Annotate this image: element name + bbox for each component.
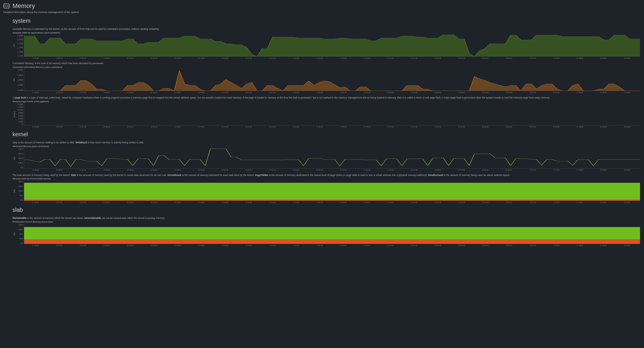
x-tick: 17:37:00 bbox=[47, 245, 71, 246]
chart-plot[interactable] bbox=[24, 148, 640, 169]
x-tick: 17:44:30 bbox=[402, 126, 426, 128]
x-tick: 17:42:00 bbox=[284, 169, 308, 171]
y-axis: 1.67011.66021.65041.64551.6406 bbox=[16, 69, 24, 91]
x-tick: 17:47:00 bbox=[521, 202, 544, 203]
x-tick: 17:39:00 bbox=[142, 202, 166, 203]
x-tick: 17:37:30 bbox=[71, 202, 95, 203]
x-tick: 17:36:30 bbox=[24, 245, 47, 246]
x-tick: 17:46:30 bbox=[497, 57, 520, 59]
y-tick: 1.1426 bbox=[17, 43, 23, 45]
x-tick: 17:38:00 bbox=[95, 126, 118, 128]
x-tick: 17:38:00 bbox=[95, 245, 118, 246]
x-tick: 17:38:00 bbox=[95, 57, 118, 59]
x-tick: 17:44:00 bbox=[379, 126, 402, 128]
y-axis: 976.0594.4496.8256.40.0 bbox=[16, 148, 24, 169]
chart-plot[interactable] bbox=[24, 181, 640, 201]
section-slab: slabReclaimable is the amount of memory … bbox=[12, 207, 640, 246]
x-tick: 17:39:00 bbox=[142, 245, 166, 246]
x-tick: 17:45:00 bbox=[426, 245, 450, 246]
x-tick: 17:49:00 bbox=[615, 126, 639, 128]
y-tick: 594.4 bbox=[18, 153, 23, 155]
x-tick: 17:39:30 bbox=[166, 92, 189, 93]
x-tick: 17:43:30 bbox=[355, 169, 379, 171]
x-tick: 17:38:00 bbox=[95, 92, 118, 93]
x-tick: 17:40:30 bbox=[213, 245, 237, 246]
x-tick: 17:46:00 bbox=[473, 202, 497, 203]
y-tick: 1.1270 bbox=[17, 47, 23, 49]
x-axis: 17:36:3017:37:0017:37:3017:38:0017:38:30… bbox=[24, 169, 640, 171]
x-tick: 17:37:00 bbox=[47, 57, 71, 59]
x-tick: 17:48:30 bbox=[592, 169, 615, 171]
x-tick: 17:46:30 bbox=[497, 92, 520, 93]
x-tick: 17:46:00 bbox=[473, 169, 497, 171]
x-tick: 17:42:30 bbox=[308, 245, 331, 246]
chart-plot[interactable] bbox=[24, 35, 640, 57]
x-tick: 17:44:30 bbox=[402, 202, 426, 203]
chart-row[interactable]: GiB1.67011.66021.65041.64551.6406 bbox=[12, 69, 640, 91]
x-tick: 17:37:30 bbox=[71, 57, 95, 59]
y-tick: 8.000 bbox=[18, 112, 23, 114]
x-tick: 17:42:00 bbox=[284, 57, 308, 59]
chart-row[interactable]: KiB976.0594.4496.8256.40.0 bbox=[12, 148, 640, 169]
y-tick: 6.250 bbox=[18, 115, 23, 117]
x-tick: 17:40:30 bbox=[213, 202, 237, 203]
svg-rect-8 bbox=[24, 200, 640, 201]
x-tick: 17:38:30 bbox=[118, 126, 142, 128]
y-tick: 150.0 bbox=[18, 228, 23, 230]
chart-plot[interactable] bbox=[24, 224, 640, 244]
x-tick: 17:48:00 bbox=[568, 169, 592, 171]
x-tick: 17:46:30 bbox=[497, 202, 520, 203]
y-unit: MiB bbox=[12, 224, 16, 244]
x-tick: 17:45:00 bbox=[426, 169, 450, 171]
section-system: systemAvailable Memory is estimated by t… bbox=[12, 18, 640, 128]
y-axis: 14.00012.50010.0008.0006.2505.0002.5000 bbox=[16, 103, 24, 125]
x-tick: 17:45:30 bbox=[450, 126, 473, 128]
chart-plot[interactable] bbox=[24, 103, 640, 125]
x-tick: 17:49:00 bbox=[615, 202, 639, 203]
x-axis: 17:36:3017:37:0017:37:3017:38:0017:38:30… bbox=[24, 245, 640, 246]
page-subtitle: Detailed information about the memory ma… bbox=[3, 11, 641, 14]
y-tick: 90.0 bbox=[19, 233, 23, 235]
chart-row[interactable]: GiB1.15901.15081.14261.12701.11681.1133 bbox=[12, 35, 640, 57]
x-tick: 17:46:00 bbox=[473, 126, 497, 128]
x-tick: 17:40:00 bbox=[189, 202, 213, 203]
y-tick: 1.1590 bbox=[17, 35, 23, 37]
x-tick: 17:38:00 bbox=[95, 169, 118, 171]
chart-description: Dirty is the amount of memory waiting to… bbox=[12, 141, 640, 144]
chart-row[interactable]: MiB180.0150.090.040.00.0 bbox=[12, 224, 640, 244]
y-tick: 0 bbox=[22, 123, 23, 125]
chart-plot[interactable] bbox=[24, 69, 640, 91]
x-axis: 17:36:3017:37:0017:37:3017:38:0017:38:30… bbox=[24, 92, 640, 93]
y-axis: 180.0150.5100.050.00.0 bbox=[16, 181, 24, 201]
memory-chip-icon bbox=[3, 3, 10, 9]
x-tick: 17:41:30 bbox=[260, 202, 284, 203]
x-tick: 17:37:00 bbox=[47, 126, 71, 128]
x-tick: 17:44:30 bbox=[402, 57, 426, 59]
chart-description: Available Memory is estimated by the ker… bbox=[12, 28, 640, 31]
x-tick: 17:39:30 bbox=[166, 202, 189, 203]
y-tick: 0.0 bbox=[20, 242, 23, 244]
x-tick: 17:42:30 bbox=[308, 126, 331, 128]
chart-row[interactable]: faults/s14.00012.50010.0008.0006.2505.00… bbox=[12, 103, 640, 125]
chart-row[interactable]: MiB180.0150.5100.050.00.0 bbox=[12, 181, 640, 201]
x-tick: 17:41:00 bbox=[237, 202, 260, 203]
x-tick: 17:37:00 bbox=[47, 202, 71, 203]
y-tick: 256.4 bbox=[18, 162, 23, 164]
x-tick: 17:44:30 bbox=[402, 92, 426, 93]
x-tick: 17:48:00 bbox=[568, 245, 592, 246]
x-tick: 17:47:00 bbox=[521, 57, 544, 59]
x-axis: 17:36:3017:37:0017:37:3017:38:0017:38:30… bbox=[24, 126, 640, 128]
x-axis: 17:36:3017:37:0017:37:3017:38:0017:38:30… bbox=[24, 202, 640, 203]
x-tick: 17:43:00 bbox=[331, 126, 355, 128]
x-tick: 17:40:00 bbox=[189, 245, 213, 246]
page-header: Memory bbox=[3, 2, 641, 10]
y-tick: 10.000 bbox=[17, 109, 23, 111]
svg-rect-9 bbox=[24, 183, 640, 200]
x-tick: 17:38:30 bbox=[118, 202, 142, 203]
x-tick: 17:39:30 bbox=[166, 245, 189, 246]
x-tick: 17:48:30 bbox=[592, 92, 615, 93]
x-tick: 17:46:30 bbox=[497, 169, 520, 171]
x-tick: 17:41:00 bbox=[237, 126, 260, 128]
x-tick: 17:47:30 bbox=[544, 202, 568, 203]
chart-title: Reclaimable Kernel Memory (mem.slab) bbox=[12, 221, 640, 223]
